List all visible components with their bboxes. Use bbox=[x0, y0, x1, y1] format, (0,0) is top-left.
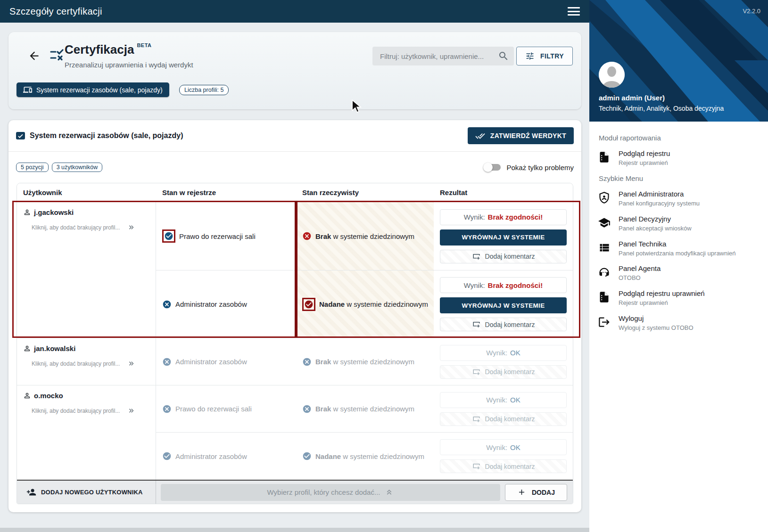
result-cell: Wynik: Brak zgodności! WYRÓWNAJ W SYSTEM… bbox=[434, 270, 573, 338]
column-header-result: Rezultat bbox=[434, 188, 573, 196]
cancel-circle-icon bbox=[302, 231, 312, 241]
person-icon bbox=[23, 344, 31, 352]
result-cell: Wynik: OK Dodaj komentarz bbox=[434, 385, 573, 432]
check-circle-icon bbox=[304, 300, 314, 309]
checklist-verdict-icon bbox=[49, 47, 66, 65]
system-chip[interactable]: System rezerwacji zasobów (sale, pojazdy… bbox=[17, 82, 169, 97]
profile-select[interactable]: Wybierz profil, który chcesz dodać... bbox=[161, 484, 500, 501]
sidebar-item-wyloguj[interactable]: Wyloguj Wyloguj z systemu OTOBO bbox=[589, 314, 768, 333]
sidebar-item-panel-decyzyjny[interactable]: Panel Decyzyjny Panel akceptacji wnioskó… bbox=[589, 215, 768, 233]
search-icon bbox=[498, 50, 509, 62]
add-comment-button[interactable]: Dodaj komentarz bbox=[440, 318, 567, 331]
column-header-registry: Stan w rejestrze bbox=[156, 188, 296, 196]
registry-state-cell: Administrator zasobów bbox=[156, 338, 296, 385]
actual-state-cell: Brak w systemie dziedzinowym bbox=[296, 202, 434, 270]
document-icon bbox=[589, 149, 619, 168]
sidebar-item-panel-technika[interactable]: Panel Technika Panel potwierdzania modyf… bbox=[589, 240, 768, 258]
check-circle-icon bbox=[164, 231, 173, 241]
panel-chips-row: 5 pozycji 3 użytkowników Pokaż tylko pro… bbox=[8, 152, 581, 183]
graduation-cap-icon bbox=[589, 215, 619, 233]
document-icon bbox=[589, 289, 619, 308]
cancel-circle-icon bbox=[302, 404, 312, 414]
sidebar-item-podglad-rejestru-uprawnien[interactable]: Podgląd rejestru uprawnień Rejestr upraw… bbox=[589, 289, 768, 308]
app-version: V2.2.0 bbox=[743, 8, 760, 15]
add-missing-profile-link[interactable]: Kliknij, aby dodać brakujący profil... bbox=[23, 407, 151, 415]
shield-person-icon bbox=[589, 190, 619, 208]
user-cell: j.gackowski Kliknij, aby dodać brakujący… bbox=[17, 202, 156, 338]
align-in-system-button[interactable]: WYRÓWNAJ W SYSTEMIE bbox=[440, 297, 567, 313]
filter-search bbox=[372, 47, 514, 65]
add-comment-button[interactable]: Dodaj komentarz bbox=[440, 365, 567, 379]
add-missing-profile-link[interactable]: Kliknij, aby dodać brakujący profil... bbox=[23, 360, 151, 368]
add-comment-button[interactable]: Dodaj komentarz bbox=[440, 250, 567, 263]
person-add-icon bbox=[26, 487, 36, 497]
actual-state-cell: Brak w systemie dziedzinowym bbox=[296, 385, 434, 432]
check-circle-icon bbox=[302, 451, 312, 461]
column-header-user: Użytkownik bbox=[17, 188, 156, 196]
main-area: CertyfikacjaBETA Przeanalizuj uprawnieni… bbox=[0, 23, 589, 532]
add-comment-icon bbox=[472, 462, 481, 471]
beta-badge: BETA bbox=[137, 42, 151, 48]
add-comment-icon bbox=[472, 252, 481, 261]
user-name: j.gackowski bbox=[34, 208, 74, 216]
person-icon bbox=[23, 208, 31, 216]
user-group-row: jan.kowalski Kliknij, aby dodać brakując… bbox=[17, 338, 573, 385]
align-in-system-button[interactable]: WYRÓWNAJ W SYSTEMIE bbox=[440, 229, 567, 246]
user-group-row: j.gackowski Kliknij, aby dodać brakujący… bbox=[17, 202, 573, 338]
add-new-user-button[interactable]: DODAJ NOWEGO UŻYTKOWNIKA bbox=[17, 481, 156, 504]
sidebar-item-panel-agenta[interactable]: Panel Agenta OTOBO bbox=[589, 264, 768, 283]
card-subtitle: Przeanalizuj uprawnienia i wydaj werdykt bbox=[65, 61, 193, 69]
sidebar-hero: V2.2.0 admin admin (User) Technik, Admin… bbox=[589, 0, 768, 122]
double-chevron-right-icon bbox=[127, 407, 135, 415]
add-missing-profile-link[interactable]: Kliknij, aby dodać brakujący profil... bbox=[23, 223, 151, 231]
actual-state-cell: Brak w systemie dziedzinowym bbox=[296, 338, 434, 385]
panel-title: System rezerwacji zasobów (sale, pojazdy… bbox=[30, 131, 183, 140]
user-group-row: o.mocko Kliknij, aby dodać brakujący pro… bbox=[17, 385, 573, 480]
registry-state-cell: Prawo do rezerwacji sali bbox=[156, 202, 296, 270]
search-input[interactable] bbox=[372, 47, 514, 65]
avatar[interactable] bbox=[599, 62, 625, 88]
user-cell: jan.kowalski Kliknij, aby dodać brakując… bbox=[17, 338, 156, 385]
plus-icon bbox=[517, 488, 526, 497]
headset-icon bbox=[589, 264, 619, 283]
user-name: o.mocko bbox=[34, 392, 63, 400]
back-button[interactable] bbox=[27, 49, 41, 63]
double-chevron-right-icon bbox=[127, 360, 135, 368]
add-button[interactable]: DODAJ bbox=[505, 484, 567, 501]
system-panel-card: System rezerwacji zasobów (sale, pojazdy… bbox=[8, 120, 581, 512]
tune-icon bbox=[525, 51, 535, 61]
filters-button[interactable]: FILTRY bbox=[516, 47, 573, 65]
sidebar-item-podglad-rejestru[interactable]: Podgląd rejestru Rejestr uprawnień bbox=[589, 149, 768, 168]
registry-state-cell: Administrator zasobów bbox=[156, 433, 296, 480]
annotation-highlight-box bbox=[162, 229, 175, 243]
result-cell: Wynik: Brak zgodności! WYRÓWNAJ W SYSTEM… bbox=[434, 202, 573, 270]
logout-icon bbox=[589, 314, 619, 333]
problems-only-toggle[interactable] bbox=[485, 164, 501, 171]
user-name: jan.kowalski bbox=[34, 344, 75, 352]
result-cell: Wynik: OK Dodaj komentarz bbox=[434, 338, 573, 385]
double-chevron-right-icon bbox=[127, 223, 135, 231]
approve-verdict-button[interactable]: ZATWIERDŹ WERDYKT bbox=[468, 127, 574, 144]
panel-header: System rezerwacji zasobów (sale, pojazdy… bbox=[8, 120, 581, 152]
top-app-bar: Szczegóły certyfikacji bbox=[0, 0, 589, 23]
double-check-icon bbox=[475, 131, 485, 141]
add-comment-icon bbox=[472, 320, 481, 329]
sidebar-item-panel-administratora[interactable]: Panel Administratora Panel konfiguracyjn… bbox=[589, 190, 768, 208]
result-status: Wynik: OK bbox=[440, 345, 567, 361]
toggle-label: Pokaż tylko problemy bbox=[506, 164, 574, 172]
bottom-edge bbox=[0, 528, 589, 532]
check-circle-icon bbox=[162, 451, 172, 461]
table-footer: DODAJ NOWEGO UŻYTKOWNIKA Wybierz profil,… bbox=[17, 480, 573, 504]
add-comment-button[interactable]: Dodaj komentarz bbox=[440, 412, 567, 426]
menu-section-header: Szybkie Menu bbox=[599, 174, 768, 182]
add-comment-button[interactable]: Dodaj komentarz bbox=[440, 459, 567, 473]
sidebar-menu: Moduł raportowania Podgląd rejestru Reje… bbox=[589, 122, 768, 333]
double-chevron-up-icon bbox=[385, 488, 394, 497]
media-folder-icon bbox=[16, 132, 25, 139]
add-comment-icon bbox=[472, 368, 481, 376]
card-title: CertyfikacjaBETA bbox=[65, 42, 152, 57]
users-chip: 3 użytkowników bbox=[52, 163, 103, 172]
sidebar-user-name: admin admin (User) bbox=[599, 94, 665, 102]
cancel-circle-icon bbox=[162, 404, 172, 414]
hamburger-menu-icon[interactable] bbox=[568, 7, 580, 16]
